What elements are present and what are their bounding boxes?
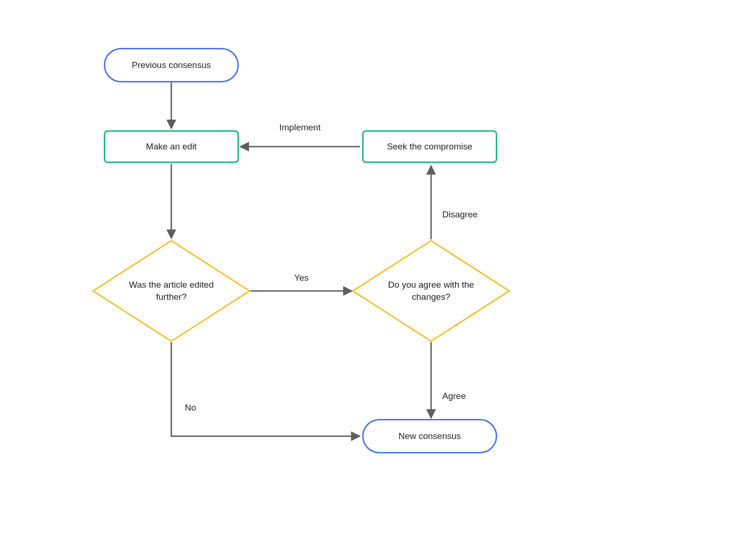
node-new-consensus: New consensus (362, 419, 497, 453)
edge-label-no: No (184, 403, 197, 413)
label-agree-changes: Do you agree with the changes? (376, 279, 486, 303)
label-seek-compromise: Seek the compromise (387, 141, 472, 153)
node-previous-consensus: Previous consensus (104, 48, 239, 82)
node-make-edit: Make an edit (104, 130, 239, 163)
edge-label-disagree: Disagree (441, 209, 479, 220)
node-agree-changes: Do you agree with the changes? (352, 240, 510, 342)
node-seek-compromise: Seek the compromise (362, 130, 497, 163)
node-was-edited: Was the article edited further? (92, 240, 250, 342)
edge-wasedited-to-end (171, 342, 360, 436)
label-previous-consensus: Previous consensus (132, 59, 211, 71)
edge-label-agree: Agree (441, 391, 467, 401)
label-new-consensus: New consensus (398, 430, 461, 442)
flowchart-canvas: Previous consensus Make an edit Seek the… (0, 0, 756, 540)
edge-label-yes: Yes (293, 273, 310, 283)
label-was-edited: Was the article edited further? (116, 279, 227, 303)
label-make-edit: Make an edit (146, 141, 197, 153)
edge-label-implement: Implement (278, 122, 322, 133)
